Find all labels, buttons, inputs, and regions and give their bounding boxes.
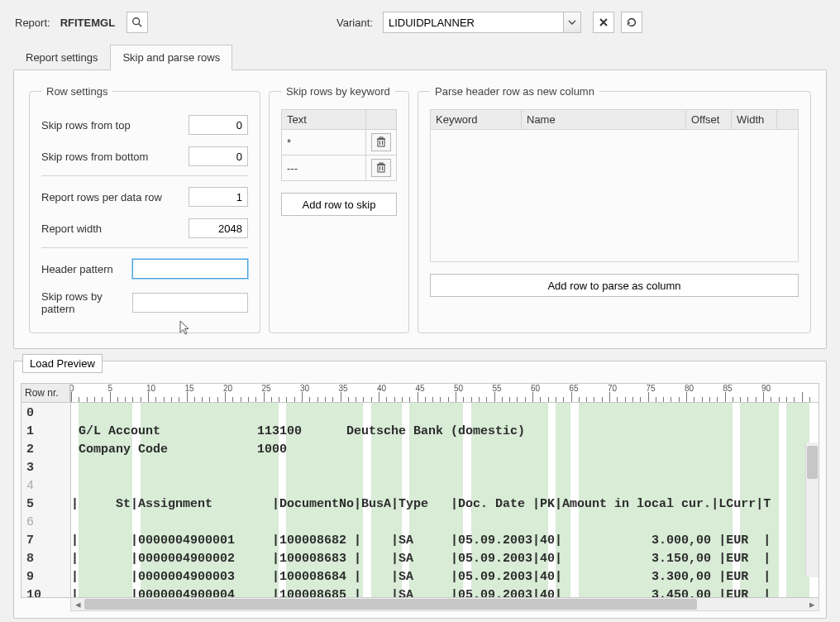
rows-per-input[interactable] xyxy=(189,187,248,207)
search-icon xyxy=(131,17,143,28)
report-width-label: Report width xyxy=(41,222,102,235)
ph-col-action xyxy=(777,110,799,130)
skip-keyword-table: Text *--- xyxy=(281,109,397,181)
skip-kw-col-text: Text xyxy=(282,110,366,130)
add-skip-row-button[interactable]: Add row to skip xyxy=(281,193,397,216)
divider-2 xyxy=(41,247,248,248)
clear-variant-button[interactable] xyxy=(593,12,614,33)
ph-col-name: Name xyxy=(522,110,686,130)
tab-panel: Row settings Skip rows from top Skip row… xyxy=(13,69,827,349)
topbar: Report: RFITEMGL Variant: xyxy=(0,0,840,40)
group-parse-legend: Parse header row as new column xyxy=(430,85,599,98)
svg-rect-9 xyxy=(378,165,384,172)
rows-per-label: Report rows per data row xyxy=(41,191,162,203)
row-numbers: 01234567891011 xyxy=(21,403,71,597)
group-row-settings: Row settings Skip rows from top Skip row… xyxy=(29,85,260,333)
header-pattern-input[interactable] xyxy=(132,259,248,279)
search-report-button[interactable] xyxy=(126,12,148,33)
horizontal-scrollbar[interactable]: ◂ ▸ xyxy=(70,598,819,611)
tab-skip-parse-rows[interactable]: Skip and parse rows xyxy=(110,45,232,70)
trash-icon xyxy=(376,162,386,174)
skip-kw-col-action xyxy=(366,110,397,130)
divider xyxy=(41,175,248,176)
header-pattern-label: Header pattern xyxy=(41,263,113,275)
svg-rect-8 xyxy=(379,137,383,139)
variant-dropdown-button[interactable] xyxy=(563,12,581,33)
preview-canvas[interactable]: G/L Account 113100 Deutsche Bank (domest… xyxy=(71,403,819,597)
report-label: Report: xyxy=(15,17,50,29)
vertical-scrollbar[interactable] xyxy=(805,443,819,577)
group-skip-keyword: Skip rows by keyword Text *--- Add row t… xyxy=(269,85,409,333)
svg-rect-13 xyxy=(379,163,383,165)
refresh-icon xyxy=(626,17,637,28)
close-icon xyxy=(599,17,609,27)
skip-bottom-label: Skip rows from bottom xyxy=(41,151,148,163)
skip-keyword-row: * xyxy=(282,130,397,156)
variant-label: Variant: xyxy=(336,17,373,29)
skip-keyword-delete-cell xyxy=(366,130,397,156)
tabs: Report settings Skip and parse rows xyxy=(0,45,840,70)
load-preview-button[interactable]: Load Preview xyxy=(22,354,103,373)
svg-point-0 xyxy=(133,18,140,25)
svg-rect-4 xyxy=(378,139,384,146)
skip-bottom-input[interactable] xyxy=(189,146,248,166)
scroll-left-icon[interactable]: ◂ xyxy=(71,598,84,610)
delete-row-button[interactable] xyxy=(371,133,391,151)
scroll-right-icon[interactable]: ▸ xyxy=(805,598,819,610)
parse-header-table: Keyword Name Offset Width xyxy=(430,109,799,262)
group-row-settings-legend: Row settings xyxy=(41,85,112,98)
skip-keyword-text[interactable]: * xyxy=(282,130,366,156)
row-nr-header: Row nr. xyxy=(21,383,70,403)
chevron-down-icon xyxy=(568,18,576,26)
skip-keyword-text[interactable]: --- xyxy=(282,156,366,181)
skip-pattern-label: Skip rows by pattern xyxy=(41,290,132,315)
skip-keyword-delete-cell xyxy=(366,156,397,181)
skip-keyword-row: --- xyxy=(282,156,397,181)
variant-select[interactable] xyxy=(383,12,581,33)
variant-input[interactable] xyxy=(383,12,581,33)
group-skip-legend: Skip rows by keyword xyxy=(281,85,395,98)
report-name: RFITEMGL xyxy=(60,17,115,29)
skip-top-label: Skip rows from top xyxy=(41,119,131,132)
ph-col-offset: Offset xyxy=(686,110,732,130)
svg-line-1 xyxy=(139,24,142,27)
refresh-button[interactable] xyxy=(621,12,642,33)
group-parse-header: Parse header row as new column Keyword N… xyxy=(418,85,811,333)
skip-pattern-input[interactable] xyxy=(132,293,248,313)
ph-empty-body xyxy=(431,130,799,262)
ph-col-keyword: Keyword xyxy=(431,110,522,130)
ph-col-width: Width xyxy=(732,110,777,130)
add-parse-row-button[interactable]: Add row to parse as column xyxy=(430,274,799,297)
preview-group: Load Preview Row nr. 0510152025303540455… xyxy=(13,361,827,619)
ruler: 051015202530354045505560657075808590 xyxy=(70,383,819,403)
app-root: Report: RFITEMGL Variant: xyxy=(0,0,840,622)
report-width-input[interactable] xyxy=(189,218,248,238)
skip-top-input[interactable] xyxy=(189,115,248,135)
trash-icon xyxy=(376,136,386,148)
delete-row-button[interactable] xyxy=(371,159,391,177)
tab-report-settings[interactable]: Report settings xyxy=(13,45,110,70)
